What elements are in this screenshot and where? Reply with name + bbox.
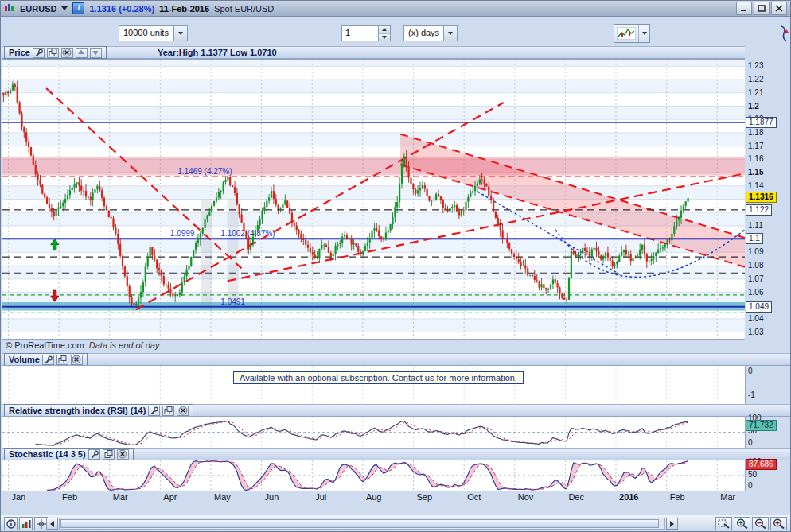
symbol-label[interactable]: EURUSD — [20, 4, 56, 14]
stoch-panel-header: Stochastic (14 3 5) — [2, 448, 790, 460]
volume-panel-title: Volume — [9, 355, 40, 364]
level-axis-label: 1.1 — [746, 233, 763, 244]
close-panel-icon[interactable] — [71, 355, 83, 365]
symbol-dropdown-caret[interactable] — [61, 6, 68, 10]
interval-spinner[interactable]: 1 — [341, 25, 391, 41]
price-axis-tick: 1.23 — [748, 61, 763, 70]
time-scrollbar-thumb[interactable] — [60, 519, 659, 528]
indicators-icon[interactable] — [19, 517, 33, 530]
chart-type-caret[interactable] — [638, 25, 649, 42]
status-bar — [1, 515, 790, 532]
price-axis-tick: 1.18 — [748, 128, 763, 137]
duplicate-window-icon[interactable] — [56, 355, 68, 365]
info-icon[interactable]: i — [72, 2, 84, 14]
wrench-icon[interactable] — [33, 48, 45, 58]
price-panel-title: Price — [9, 48, 30, 57]
close-button[interactable] — [771, 2, 787, 15]
level-axis-label: 1.1877 — [746, 117, 777, 128]
price-axis-tick: 1.07 — [748, 274, 763, 283]
close-panel-icon[interactable] — [177, 406, 189, 416]
rsi-axis-label: 0 — [748, 438, 753, 447]
wrench-icon[interactable] — [148, 406, 160, 416]
price-panel-header: Price Year:High 1.1377 Low 1.0710 — [2, 46, 790, 59]
interval-value[interactable]: 1 — [342, 26, 378, 41]
zoom-area-icon[interactable] — [734, 517, 750, 530]
timeframe-select[interactable]: (x) days — [403, 25, 458, 41]
duplicate-window-icon[interactable] — [103, 449, 115, 460]
duplicate-window-icon[interactable] — [162, 406, 174, 416]
window-controls — [736, 2, 787, 15]
price-axis-tick: 1.08 — [748, 261, 763, 270]
stoch-axis-label: 50 — [748, 470, 757, 479]
units-select[interactable]: 10000 units — [119, 25, 188, 41]
units-select-value: 10000 units — [119, 26, 173, 41]
time-axis-label: Apr — [163, 492, 177, 502]
stoch-panel-title: Stochastic (14 3 5) — [9, 449, 86, 459]
quote-panel-toggle-icon[interactable] — [779, 25, 789, 45]
time-axis-label: Mar — [720, 492, 735, 502]
price-axis-tick: 1.06 — [748, 288, 763, 297]
time-axis-label: Feb — [670, 492, 685, 502]
price-chart-plot[interactable]: 1.1469 (4.27%)1.09991.1002 (4.87%)1.0491 — [2, 60, 745, 339]
year-high-low-label: Year:High 1.1377 Low 1.0710 — [158, 48, 277, 57]
price-axis-tick: 1.11 — [748, 221, 763, 230]
time-scrollbar-track[interactable] — [59, 518, 665, 530]
info-status-icon[interactable] — [4, 517, 18, 530]
data-note: Data is end of day — [89, 340, 160, 350]
time-axis-label: Feb — [62, 492, 77, 502]
time-axis[interactable]: JanFebMarAprMayJunJulAugSepOctNovDec2016… — [2, 491, 745, 503]
stoch-plot[interactable] — [2, 460, 745, 491]
wrench-icon[interactable] — [42, 355, 54, 365]
price-panel-title-box: Price — [4, 46, 107, 59]
scroll-left-button[interactable] — [46, 518, 58, 530]
svg-text:1.0999: 1.0999 — [170, 229, 195, 238]
units-select-caret[interactable] — [173, 26, 187, 41]
timeframe-select-value: (x) days — [404, 26, 443, 41]
duplicate-window-icon[interactable] — [47, 48, 59, 58]
price-axis-tick: 1.15 — [748, 168, 763, 177]
zoom-in-icon[interactable] — [770, 517, 787, 530]
time-axis-label: Dec — [568, 492, 584, 502]
price-axis-tick: 1.16 — [748, 154, 763, 163]
scroll-right-button[interactable] — [666, 518, 678, 530]
price-chart-canvas[interactable]: 1.1469 (4.27%)1.09991.1002 (4.87%)1.0491 — [2, 60, 745, 339]
interval-spin-buttons[interactable] — [378, 26, 390, 41]
stoch-axis-label: 0 — [748, 481, 753, 490]
minimize-button[interactable] — [736, 2, 752, 15]
rsi-plot[interactable] — [2, 417, 745, 448]
rsi-value-badge: 71.732 — [746, 420, 777, 431]
current-price-badge: 1.1316 — [746, 192, 777, 203]
copyright-note: © ProRealTime.comData is end of day — [6, 340, 159, 350]
instrument-label: Spot EUR/USD — [214, 4, 274, 14]
timeframe-select-caret[interactable] — [443, 26, 457, 41]
close-panel-icon[interactable] — [61, 48, 73, 58]
rsi-panel-header: Relative strength index (RSI) (14) — [2, 404, 790, 417]
trading-app-window: EURUSD i 1.1316 (+0.28%) 11-Feb-2016 Spo… — [0, 0, 791, 532]
close-panel-icon[interactable] — [117, 449, 129, 460]
price-axis-tick: 1.21 — [748, 88, 763, 97]
rsi-panel-title-box: Relative strength index (RSI) (14) — [4, 404, 193, 417]
wrench-icon[interactable] — [88, 449, 100, 460]
move-panel-up-icon[interactable] — [76, 48, 88, 58]
time-axis-label: Jan — [11, 492, 25, 502]
time-axis-label: Aug — [366, 492, 382, 502]
price-axis-tick: 1.17 — [748, 142, 763, 150]
time-axis-label: Jul — [315, 492, 326, 502]
price-axis-tick: 1.03 — [748, 328, 763, 336]
time-axis-label: Jun — [265, 492, 279, 502]
svg-text:1.1469 (4.27%): 1.1469 (4.27%) — [177, 167, 232, 176]
app-icon — [4, 3, 15, 14]
chart-type-button[interactable] — [614, 24, 650, 43]
time-axis-label: Nov — [518, 492, 534, 502]
price-axis-tick: 1.09 — [748, 247, 763, 256]
svg-text:1.0491: 1.0491 — [220, 297, 245, 306]
volume-axis-label: 0 — [748, 367, 753, 375]
stoch-panel-title-box: Stochastic (14 3 5) — [4, 448, 134, 460]
zoom-out-icon[interactable] — [752, 517, 769, 530]
move-panel-down-icon[interactable] — [90, 48, 102, 58]
maximize-button[interactable] — [754, 2, 770, 15]
time-axis-label: Oct — [467, 492, 481, 502]
zoom-selection-icon[interactable] — [715, 517, 732, 530]
price-axis-tick: 1.04 — [748, 314, 763, 323]
last-price-label: 1.1316 (+0.28%) — [89, 4, 154, 14]
